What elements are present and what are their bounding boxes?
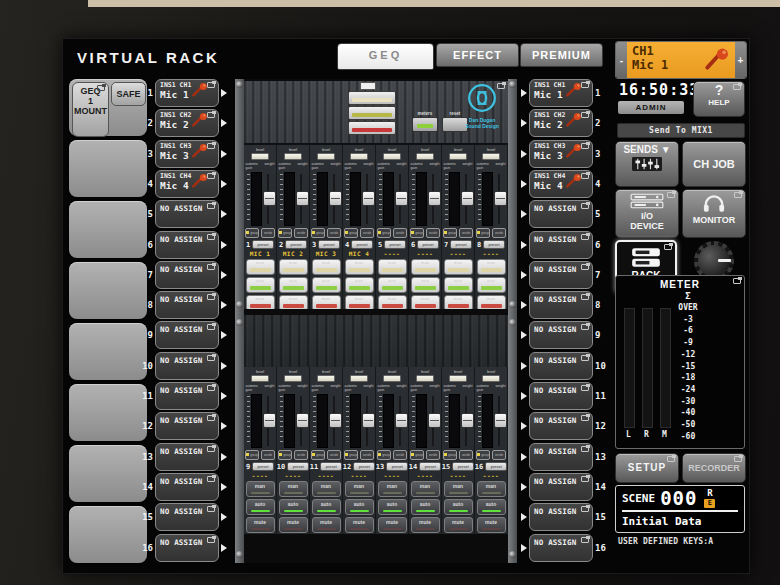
sends-button[interactable]: SENDS ▼ (615, 141, 679, 187)
assign-button-left-8[interactable]: NO ASSIGN (155, 291, 219, 319)
group-button[interactable]: group (377, 228, 391, 238)
override-button[interactable]: ovride (492, 450, 506, 460)
man-button[interactable]: man (345, 259, 374, 275)
preset-button[interactable]: preset (452, 462, 474, 471)
auto-button[interactable]: auto (246, 277, 275, 293)
channel-increment-button[interactable]: + (735, 42, 746, 78)
io-device-button[interactable]: I/O DEVICE (615, 189, 679, 238)
group-button[interactable]: group (344, 228, 358, 238)
man-button[interactable]: man (246, 481, 275, 497)
weight-slider[interactable] (296, 394, 307, 448)
override-button[interactable]: ovride (426, 228, 440, 238)
channel-decrement-button[interactable]: - (616, 42, 627, 78)
assign-button-right-3[interactable]: INS1 CH3Mic 3 (529, 140, 593, 168)
weight-slider[interactable] (362, 394, 373, 448)
mute-button[interactable]: mute (279, 295, 308, 309)
preset-button[interactable]: preset (417, 240, 439, 249)
man-button[interactable]: man (378, 481, 407, 497)
auto-button[interactable]: auto (444, 277, 473, 293)
group-button[interactable]: group (278, 450, 292, 460)
auto-button[interactable]: auto (378, 277, 407, 293)
group-button[interactable]: group (377, 450, 391, 460)
preset-button[interactable]: preset (483, 240, 505, 249)
override-button[interactable]: ovride (261, 228, 275, 238)
override-button[interactable]: ovride (327, 450, 341, 460)
preset-button[interactable]: preset (419, 462, 441, 471)
assign-button-right-11[interactable]: NO ASSIGN (529, 382, 593, 410)
override-button[interactable]: ovride (360, 450, 374, 460)
assign-button-right-12[interactable]: NO ASSIGN (529, 412, 593, 440)
auto-button[interactable]: auto (279, 499, 308, 515)
group-button[interactable]: group (476, 228, 490, 238)
assign-button-right-13[interactable]: NO ASSIGN (529, 443, 593, 471)
preset-button[interactable]: preset (386, 462, 408, 471)
assign-button-left-14[interactable]: NO ASSIGN (155, 473, 219, 501)
override-button[interactable]: ovride (327, 228, 341, 238)
ch-job-button[interactable]: CH JOB (682, 141, 746, 187)
man-button[interactable]: man (312, 481, 341, 497)
weight-slider[interactable] (263, 172, 274, 226)
meters-button[interactable] (412, 117, 438, 132)
override-button[interactable]: ovride (459, 450, 473, 460)
mute-button[interactable]: mute (312, 517, 341, 533)
auto-button[interactable]: auto (411, 499, 440, 515)
override-button[interactable]: ovride (492, 228, 506, 238)
rack-slot-5[interactable] (69, 323, 147, 380)
mute-button[interactable]: mute (246, 517, 275, 533)
mute-button[interactable]: mute (411, 295, 440, 309)
preset-button[interactable]: preset (353, 462, 375, 471)
man-button[interactable]: man (444, 259, 473, 275)
assign-button-right-7[interactable]: NO ASSIGN (529, 261, 593, 289)
override-button[interactable]: ovride (426, 450, 440, 460)
mute-button[interactable]: mute (246, 295, 275, 309)
weight-slider[interactable] (329, 394, 340, 448)
mute-button[interactable]: mute (477, 517, 506, 533)
group-button[interactable]: group (278, 228, 292, 238)
assign-button-right-1[interactable]: INS1 CH1Mic 1 (529, 79, 593, 107)
assign-button-left-1[interactable]: INS1 CH1Mic 1 (155, 79, 219, 107)
mute-button[interactable]: mute (444, 295, 473, 309)
override-button[interactable]: ovride (261, 450, 275, 460)
tab-premium[interactable]: PREMIUM (520, 43, 603, 67)
weight-slider[interactable] (428, 394, 439, 448)
mute-button[interactable]: mute (378, 517, 407, 533)
group-button[interactable]: group (311, 228, 325, 238)
assign-button-left-6[interactable]: NO ASSIGN (155, 231, 219, 259)
preset-button[interactable]: preset (318, 240, 340, 249)
assign-button-left-16[interactable]: NO ASSIGN (155, 534, 219, 562)
auto-button[interactable]: auto (378, 499, 407, 515)
man-button[interactable]: man (345, 481, 374, 497)
weight-slider[interactable] (461, 172, 472, 226)
assign-button-left-5[interactable]: NO ASSIGN (155, 200, 219, 228)
preset-button[interactable]: preset (450, 240, 472, 249)
group-button[interactable]: group (443, 228, 457, 238)
preset-button[interactable]: preset (285, 240, 307, 249)
man-button[interactable]: man (477, 481, 506, 497)
preset-button[interactable]: preset (351, 240, 373, 249)
assign-button-right-5[interactable]: NO ASSIGN (529, 200, 593, 228)
mute-button[interactable]: mute (345, 517, 374, 533)
geq-mount-button[interactable]: GEQ1MOUNT (72, 82, 109, 137)
auto-button[interactable]: auto (477, 499, 506, 515)
auto-button[interactable]: auto (411, 277, 440, 293)
man-button[interactable]: man (444, 481, 473, 497)
assign-button-right-4[interactable]: INS1 CH4Mic 4 (529, 170, 593, 198)
weight-slider[interactable] (494, 172, 505, 226)
weight-slider[interactable] (461, 394, 472, 448)
mute-button[interactable]: mute (345, 295, 374, 309)
selected-channel-display[interactable]: CH1 Mic 1 (627, 42, 735, 78)
group-button[interactable]: group (443, 450, 457, 460)
assign-button-left-2[interactable]: INS1 CH2Mic 2 (155, 109, 219, 137)
weight-slider[interactable] (296, 172, 307, 226)
weight-slider[interactable] (494, 394, 505, 448)
assign-button-left-13[interactable]: NO ASSIGN (155, 443, 219, 471)
assign-button-left-9[interactable]: NO ASSIGN (155, 321, 219, 349)
weight-slider[interactable] (395, 172, 406, 226)
tab-effect[interactable]: EFFECT (436, 43, 519, 67)
assign-button-left-3[interactable]: INS1 CH3Mic 3 (155, 140, 219, 168)
assign-button-right-15[interactable]: NO ASSIGN (529, 503, 593, 531)
mute-button[interactable]: mute (378, 295, 407, 309)
auto-button[interactable]: auto (246, 499, 275, 515)
man-button[interactable]: man (279, 259, 308, 275)
group-button[interactable]: group (410, 450, 424, 460)
